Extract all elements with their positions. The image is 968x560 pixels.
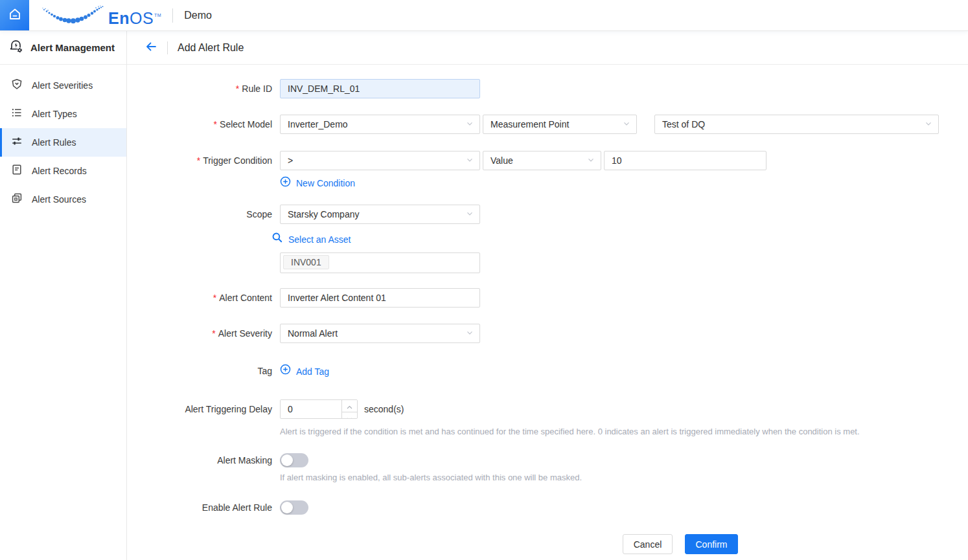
sidebar: Alert Management Alert Severities	[0, 31, 127, 560]
compare-with-select-value: Value	[490, 155, 513, 166]
point-type-select-value: Measurement Point	[490, 119, 569, 129]
alert-masking-toggle[interactable]	[280, 453, 308, 467]
spinner-down-button[interactable]	[342, 412, 357, 419]
masking-help-text: If alert masking is enabled, all sub-ale…	[280, 473, 582, 482]
page-header: Add Alert Rule	[127, 31, 968, 65]
alert-severity-select-value: Normal Alert	[288, 328, 338, 339]
enable-alert-rule-toggle[interactable]	[280, 500, 308, 515]
select-asset-label: Select an Asset	[288, 233, 351, 246]
sidebar-menu: Alert Severities Alert Types	[0, 65, 126, 214]
toggle-knob	[281, 502, 293, 513]
enable-alert-rule-label: Enable Alert Rule	[127, 500, 280, 515]
workspace-name: Demo	[184, 10, 212, 21]
rule-id-label: Rule ID	[127, 79, 280, 98]
model-select-value: Inverter_Demo	[288, 119, 348, 129]
chevron-down-icon	[623, 119, 630, 129]
delay-number-field	[280, 399, 358, 419]
delay-spinner	[341, 400, 357, 418]
tag-label: Tag	[127, 364, 280, 378]
alert-bell-gear-icon	[8, 39, 23, 56]
cancel-button[interactable]: Cancel	[623, 534, 673, 554]
measurement-point-select-value: Test of DQ	[662, 119, 705, 129]
scope-select-value: Starsky Company	[288, 209, 359, 219]
sidebar-header: Alert Management	[0, 31, 126, 65]
enos-logo: EnOS TM	[42, 5, 161, 27]
top-bar: EnOS TM Demo	[0, 0, 968, 31]
sliders-icon	[11, 135, 23, 150]
alert-triggering-delay-row: Alert Triggering Delay	[127, 399, 968, 436]
windows-icon	[11, 192, 23, 207]
sidebar-item-alert-sources[interactable]: Alert Sources	[0, 185, 126, 214]
delay-input[interactable]	[281, 400, 341, 418]
document-icon	[11, 164, 23, 178]
back-arrow-icon	[144, 40, 157, 56]
plus-circle-icon	[280, 364, 296, 379]
add-tag-link[interactable]: Add Tag	[280, 364, 329, 379]
add-tag-label: Add Tag	[296, 364, 329, 379]
topbar-divider	[172, 8, 173, 23]
delay-help-text: Alert is triggered if the condition is m…	[280, 427, 860, 436]
chevron-down-icon	[347, 412, 352, 419]
toggle-knob	[281, 454, 293, 466]
new-condition-link[interactable]: New Condition	[280, 176, 355, 190]
threshold-input[interactable]	[604, 151, 766, 170]
chevron-down-icon	[587, 155, 595, 166]
rule-id-input[interactable]	[280, 79, 480, 98]
alert-masking-row: Alert Masking If alert masking is enable…	[127, 453, 968, 482]
enos-wordmark: EnOS	[108, 10, 154, 27]
select-asset-link[interactable]: Select an Asset	[271, 232, 351, 247]
search-icon	[271, 232, 288, 247]
select-model-label: Select Model	[127, 115, 280, 134]
sidebar-title: Alert Management	[30, 42, 115, 53]
home-button[interactable]	[0, 0, 29, 30]
plus-circle-icon	[280, 176, 296, 190]
chevron-down-icon	[466, 209, 474, 219]
enos-swoosh-icon	[42, 5, 104, 27]
alert-severity-select[interactable]: Normal Alert	[280, 324, 480, 343]
spinner-up-button[interactable]	[342, 400, 357, 412]
tag-row: Tag Add Tag	[127, 364, 968, 379]
header-divider	[167, 41, 168, 54]
list-icon	[11, 107, 23, 121]
sidebar-item-label: Alert Sources	[32, 194, 86, 205]
point-type-select[interactable]: Measurement Point	[483, 115, 637, 134]
home-icon	[8, 7, 22, 24]
asset-chip: INV001	[283, 255, 329, 269]
sidebar-item-alert-rules[interactable]: Alert Rules	[0, 128, 126, 157]
chevron-down-icon	[466, 155, 474, 166]
alert-content-label: Alert Content	[127, 288, 280, 308]
selected-assets-box[interactable]: INV001	[280, 252, 480, 273]
select-model-row: Select Model Inverter_Demo Measurement P…	[127, 115, 968, 134]
alert-triggering-delay-label: Alert Triggering Delay	[127, 399, 280, 419]
alert-content-input[interactable]	[280, 288, 480, 308]
sidebar-item-alert-types[interactable]: Alert Types	[0, 100, 126, 128]
delay-unit-label: second(s)	[364, 399, 404, 419]
alert-severity-row: Alert Severity Normal Alert	[127, 324, 968, 343]
scope-label: Scope	[127, 205, 280, 224]
chevron-down-icon	[925, 119, 932, 129]
compare-with-select[interactable]: Value	[483, 151, 601, 170]
scope-select[interactable]: Starsky Company	[280, 205, 480, 224]
trigger-condition-label: Trigger Condition	[127, 151, 280, 170]
sidebar-item-alert-severities[interactable]: Alert Severities	[0, 71, 126, 100]
chevron-down-icon	[466, 119, 474, 129]
sidebar-item-label: Alert Types	[32, 109, 77, 119]
page-title: Add Alert Rule	[178, 42, 244, 54]
sidebar-item-alert-records[interactable]: Alert Records	[0, 157, 126, 185]
sidebar-item-label: Alert Records	[32, 166, 87, 176]
trademark-label: TM	[154, 13, 161, 17]
chevron-down-icon	[466, 328, 474, 339]
main-content: Add Alert Rule Rule ID Select Model Inve…	[127, 31, 968, 560]
confirm-button[interactable]: Confirm	[685, 534, 738, 554]
severity-badge-icon	[11, 78, 23, 93]
sidebar-item-label: Alert Severities	[32, 80, 93, 91]
alert-masking-label: Alert Masking	[127, 453, 280, 467]
chevron-up-icon	[347, 400, 352, 412]
back-button[interactable]	[144, 40, 157, 56]
enable-alert-rule-row: Enable Alert Rule	[127, 500, 968, 515]
alert-content-row: Alert Content	[127, 288, 968, 308]
model-select[interactable]: Inverter_Demo	[280, 115, 480, 134]
measurement-point-select[interactable]: Test of DQ	[654, 115, 939, 134]
scope-row: Scope Starsky Company Select an Asset IN…	[127, 205, 968, 273]
operator-select[interactable]: >	[280, 151, 480, 170]
